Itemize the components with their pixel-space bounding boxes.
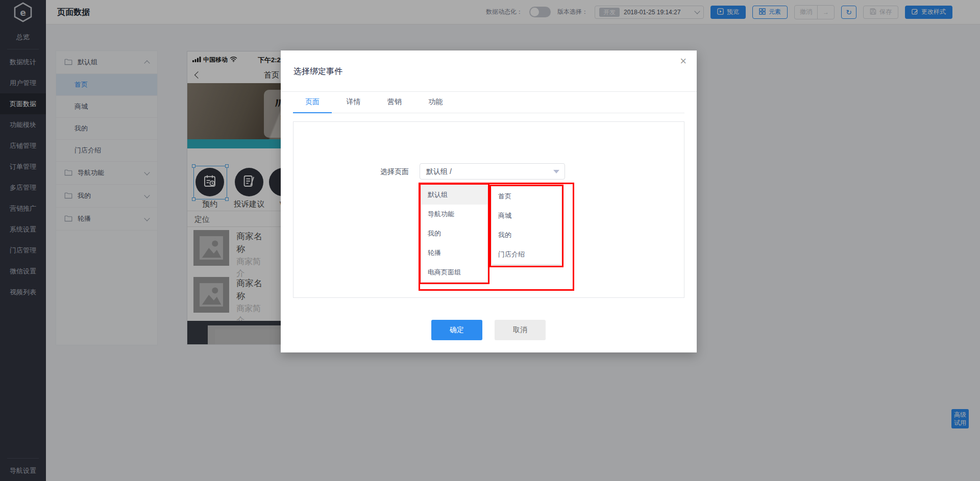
modal-content-box: [293, 121, 684, 298]
confirm-button[interactable]: 确定: [431, 320, 482, 340]
select-arrow-icon: [553, 170, 559, 173]
group-option-nav[interactable]: 导航功能: [421, 205, 487, 224]
app-window: e 总览 数据统计 用户管理 页面数据 功能模块 店铺管理 订单管理 多店管理 …: [0, 0, 980, 481]
page-option-mine[interactable]: 我的: [492, 225, 561, 245]
group-option-carousel[interactable]: 轮播: [421, 243, 487, 263]
modal-tabs: 页面 详情 营销 功能: [293, 91, 684, 113]
page-select[interactable]: 默认组 /: [420, 163, 565, 180]
close-icon[interactable]: ×: [680, 56, 687, 67]
group-dropdown: 默认组 导航功能 我的 轮播 电商页面组: [421, 185, 487, 282]
tab-function[interactable]: 功能: [416, 91, 455, 113]
page-dropdown: 首页 商城 我的 门店介绍: [492, 187, 561, 264]
group-option-ecommerce[interactable]: 电商页面组: [421, 263, 487, 282]
tab-marketing[interactable]: 营销: [375, 91, 414, 113]
page-option-mall[interactable]: 商城: [492, 206, 561, 225]
select-page-label: 选择页面: [380, 163, 409, 180]
group-option-mine[interactable]: 我的: [421, 224, 487, 243]
tab-detail[interactable]: 详情: [334, 91, 373, 113]
bind-event-modal: × 选择绑定事件 页面 详情 营销 功能 选择页面 默认组 / 默认组 导航功能…: [281, 50, 697, 352]
group-option-default[interactable]: 默认组: [421, 185, 487, 205]
modal-title: 选择绑定事件: [293, 66, 342, 77]
page-option-home[interactable]: 首页: [492, 187, 561, 206]
tab-page[interactable]: 页面: [293, 91, 332, 113]
page-select-value: 默认组 /: [426, 167, 452, 175]
cancel-button[interactable]: 取消: [495, 320, 546, 340]
page-option-store-intro[interactable]: 门店介绍: [492, 245, 561, 264]
